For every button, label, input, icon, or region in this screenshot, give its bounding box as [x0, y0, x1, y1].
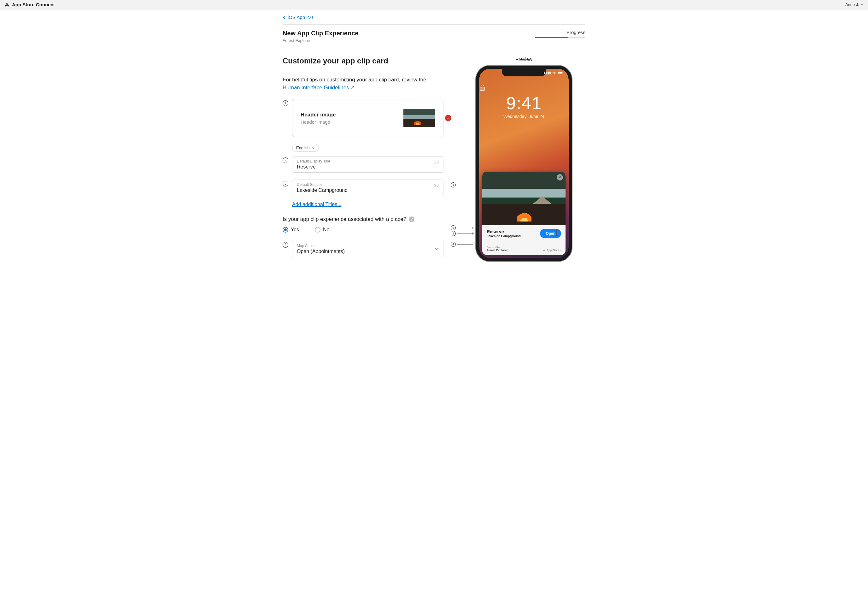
svg-rect-4 — [480, 87, 484, 91]
lock-icon — [479, 84, 569, 92]
radio-no[interactable]: No — [315, 227, 329, 233]
step-badge-1: 1 — [283, 100, 288, 106]
place-question-text: Is your app clip experience associated w… — [283, 216, 406, 223]
open-button[interactable]: Open — [540, 229, 561, 238]
language-selector[interactable]: English — [292, 144, 319, 152]
place-question: Is your app clip experience associated w… — [283, 216, 443, 223]
phone-preview: ▮▮▮▮ — [476, 65, 572, 261]
callout-2: 2 — [451, 225, 456, 230]
map-action-value: Open (Appointments) — [297, 249, 439, 254]
callout-3: 3 — [451, 231, 456, 236]
map-action-select[interactable]: Map Action Open (Appointments) — [292, 241, 443, 257]
powered-by-label: Powered by — [487, 246, 508, 249]
status-bar: ▮▮▮▮ — [479, 71, 569, 75]
add-titles-link[interactable]: Add additional Titles... — [283, 202, 443, 207]
user-menu[interactable]: Anne J. — [845, 2, 864, 7]
chevron-down-icon — [434, 247, 439, 251]
title-field-value: Reserve — [297, 164, 439, 170]
subtitle-field-value: Lakeside Campground — [297, 187, 439, 193]
step-badge-2: 2 — [283, 157, 288, 163]
step-badge-3: 3 — [283, 181, 288, 187]
title-field-count: 23 — [434, 160, 439, 164]
svg-rect-2 — [558, 72, 562, 73]
minus-icon: – — [447, 116, 449, 120]
wifi-icon — [552, 71, 556, 74]
app-logo: App Store Connect — [4, 2, 55, 7]
external-link-icon: ↗ — [350, 85, 355, 91]
svg-point-0 — [554, 74, 554, 74]
step-badge-4: 4 — [283, 242, 288, 248]
chevron-right-icon: › — [560, 249, 561, 252]
chevron-left-icon — [283, 15, 286, 19]
appstore-label: App Store — [547, 249, 559, 252]
progress-bar — [535, 37, 585, 38]
breadcrumb-label: iOS App 2.0 — [288, 15, 313, 20]
topbar: App Store Connect Anne J. — [0, 0, 868, 9]
intro-text: For helpful tips on customizing your app… — [283, 76, 443, 92]
callout-1: 1 — [451, 183, 456, 187]
progress-label: Progress — [535, 30, 585, 35]
radio-no-label: No — [323, 227, 329, 233]
section-heading: Customize your app clip card — [283, 56, 443, 65]
subtitle-field-label: Default Subtitle — [297, 183, 439, 187]
user-name: Anne J. — [845, 2, 859, 7]
preview-label: Preview — [515, 56, 532, 62]
help-icon[interactable]: ? — [409, 217, 415, 222]
subtitle-field-count: 36 — [434, 183, 439, 188]
header-image-thumbnail — [403, 109, 435, 127]
header-image-card[interactable]: Header image Header image – — [292, 99, 443, 137]
hig-link[interactable]: Human Interface Guidelines ↗ — [283, 85, 355, 91]
page-subtitle: Forest Explorer — [283, 38, 358, 43]
header-image-subtitle: Header image — [301, 119, 336, 125]
app-store-connect-icon — [4, 2, 9, 7]
language-label: English — [296, 146, 310, 150]
chevron-down-icon — [312, 146, 315, 150]
progress-fill — [535, 37, 568, 38]
callout-arrow-4 — [556, 229, 557, 236]
remove-image-button[interactable]: – — [445, 115, 451, 121]
radio-dot-selected — [283, 227, 288, 233]
breadcrumb[interactable]: iOS App 2.0 — [283, 9, 585, 24]
radio-dot — [315, 227, 320, 233]
intro-prefix: For helpful tips on customizing your app… — [283, 77, 426, 83]
signal-icon: ▮▮▮▮ — [544, 71, 551, 75]
close-icon[interactable]: ✕ — [557, 174, 563, 181]
page-title: New App Clip Experience — [283, 30, 358, 37]
battery-icon — [557, 71, 564, 74]
callout-4: 4 — [451, 242, 456, 247]
appclip-card: ✕ Reserve Lakeside Campground Open — [482, 172, 566, 255]
chevron-down-icon — [861, 3, 864, 6]
display-title-field[interactable]: Default Display Title Reserve 23 — [292, 156, 443, 172]
preview-callouts: 1 2 3 4 — [451, 65, 476, 261]
lock-time: 9:41 — [479, 93, 569, 113]
appstore-link[interactable]: App Store › — [542, 249, 561, 252]
subtitle-field[interactable]: Default Subtitle Lakeside Campground 36 — [292, 180, 443, 196]
radio-yes-label: Yes — [291, 227, 299, 233]
appclip-subtitle: Lakeside Campground — [487, 235, 521, 238]
title-field-label: Default Display Title — [297, 159, 439, 163]
svg-rect-3 — [563, 72, 563, 73]
hig-link-text: Human Interface Guidelines — [283, 85, 349, 91]
appclip-title: Reserve — [487, 229, 521, 234]
map-action-label: Map Action — [297, 244, 439, 248]
radio-yes[interactable]: Yes — [283, 227, 299, 233]
appstore-icon — [542, 249, 546, 252]
powered-by-app: Forest Explorer — [487, 249, 508, 252]
appclip-hero-image: ✕ — [482, 172, 566, 225]
app-name: App Store Connect — [12, 2, 55, 7]
lock-date: Wednesday, June 24 — [479, 114, 569, 119]
header-image-title: Header image — [301, 112, 336, 118]
